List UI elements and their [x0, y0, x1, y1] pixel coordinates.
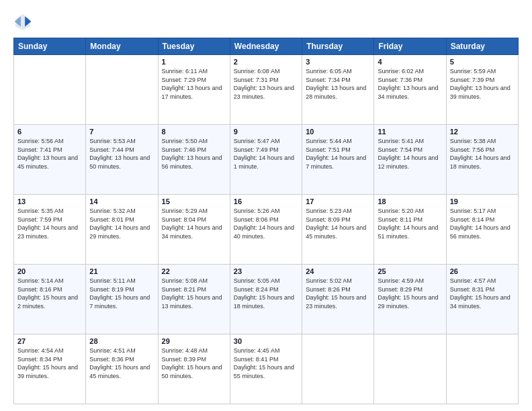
day-number: 14 — [89, 197, 154, 205]
calendar-week-3: 13Sunrise: 5:35 AM Sunset: 7:59 PM Dayli… — [14, 195, 519, 265]
calendar-cell: 24Sunrise: 5:02 AM Sunset: 8:26 PM Dayli… — [302, 265, 374, 334]
day-header-sunday: Sunday — [14, 38, 86, 55]
calendar-cell: 15Sunrise: 5:29 AM Sunset: 8:04 PM Dayli… — [158, 195, 230, 265]
day-number: 29 — [162, 337, 226, 345]
calendar-cell: 3Sunrise: 6:05 AM Sunset: 7:34 PM Daylig… — [302, 55, 374, 125]
calendar-cell — [14, 55, 86, 125]
day-header-wednesday: Wednesday — [230, 38, 302, 55]
calendar-week-5: 27Sunrise: 4:54 AM Sunset: 8:34 PM Dayli… — [14, 334, 519, 404]
day-info: Sunrise: 4:51 AM Sunset: 8:36 PM Dayligh… — [89, 347, 154, 380]
day-info: Sunrise: 5:29 AM Sunset: 8:04 PM Dayligh… — [162, 207, 226, 240]
day-info: Sunrise: 6:08 AM Sunset: 7:31 PM Dayligh… — [234, 67, 298, 101]
day-number: 4 — [378, 58, 442, 66]
calendar-cell: 8Sunrise: 5:50 AM Sunset: 7:46 PM Daylig… — [158, 125, 230, 195]
calendar-cell: 20Sunrise: 5:14 AM Sunset: 8:16 PM Dayli… — [14, 265, 86, 334]
calendar-cell: 22Sunrise: 5:08 AM Sunset: 8:21 PM Dayli… — [158, 265, 230, 334]
calendar-header-row: SundayMondayTuesdayWednesdayThursdayFrid… — [14, 38, 519, 55]
calendar-cell: 4Sunrise: 6:02 AM Sunset: 7:36 PM Daylig… — [374, 55, 446, 125]
day-header-monday: Monday — [86, 38, 158, 55]
calendar-cell: 25Sunrise: 4:59 AM Sunset: 8:29 PM Dayli… — [374, 265, 446, 334]
day-info: Sunrise: 5:41 AM Sunset: 7:54 PM Dayligh… — [378, 137, 442, 171]
day-info: Sunrise: 5:53 AM Sunset: 7:44 PM Dayligh… — [89, 137, 154, 171]
day-info: Sunrise: 5:11 AM Sunset: 8:19 PM Dayligh… — [89, 277, 154, 310]
day-info: Sunrise: 5:35 AM Sunset: 7:59 PM Dayligh… — [17, 207, 82, 240]
day-info: Sunrise: 5:20 AM Sunset: 8:11 PM Dayligh… — [378, 207, 442, 240]
day-info: Sunrise: 5:17 AM Sunset: 8:14 PM Dayligh… — [450, 207, 515, 240]
day-info: Sunrise: 6:11 AM Sunset: 7:29 PM Dayligh… — [162, 67, 226, 101]
calendar-cell: 16Sunrise: 5:26 AM Sunset: 8:06 PM Dayli… — [230, 195, 302, 265]
day-header-friday: Friday — [374, 38, 446, 55]
calendar-cell: 5Sunrise: 5:59 AM Sunset: 7:39 PM Daylig… — [446, 55, 518, 125]
day-number: 9 — [234, 128, 298, 136]
day-number: 10 — [306, 128, 370, 136]
day-info: Sunrise: 4:48 AM Sunset: 8:39 PM Dayligh… — [162, 347, 226, 380]
day-info: Sunrise: 5:32 AM Sunset: 8:01 PM Dayligh… — [89, 207, 154, 240]
day-header-saturday: Saturday — [446, 38, 518, 55]
day-info: Sunrise: 5:23 AM Sunset: 8:09 PM Dayligh… — [306, 207, 370, 240]
day-info: Sunrise: 4:54 AM Sunset: 8:34 PM Dayligh… — [17, 347, 82, 380]
calendar-cell: 6Sunrise: 5:56 AM Sunset: 7:41 PM Daylig… — [14, 125, 86, 195]
day-info: Sunrise: 4:59 AM Sunset: 8:29 PM Dayligh… — [378, 277, 442, 310]
day-info: Sunrise: 5:38 AM Sunset: 7:56 PM Dayligh… — [450, 137, 515, 171]
day-number: 16 — [234, 197, 298, 205]
day-info: Sunrise: 5:50 AM Sunset: 7:46 PM Dayligh… — [162, 137, 226, 171]
day-number: 26 — [450, 267, 515, 275]
day-info: Sunrise: 5:14 AM Sunset: 8:16 PM Dayligh… — [17, 277, 82, 310]
day-info: Sunrise: 5:02 AM Sunset: 8:26 PM Dayligh… — [306, 277, 370, 310]
day-number: 15 — [162, 197, 226, 205]
calendar-table: SundayMondayTuesdayWednesdayThursdayFrid… — [13, 38, 519, 404]
day-number: 2 — [234, 58, 298, 66]
calendar-cell — [446, 334, 518, 404]
day-number: 3 — [306, 58, 370, 66]
calendar-cell: 12Sunrise: 5:38 AM Sunset: 7:56 PM Dayli… — [446, 125, 518, 195]
day-number: 1 — [162, 58, 226, 66]
calendar-cell: 11Sunrise: 5:41 AM Sunset: 7:54 PM Dayli… — [374, 125, 446, 195]
day-header-tuesday: Tuesday — [158, 38, 230, 55]
calendar-cell: 9Sunrise: 5:47 AM Sunset: 7:49 PM Daylig… — [230, 125, 302, 195]
day-number: 30 — [234, 337, 298, 345]
calendar-week-2: 6Sunrise: 5:56 AM Sunset: 7:41 PM Daylig… — [14, 125, 519, 195]
day-header-thursday: Thursday — [302, 38, 374, 55]
day-number: 18 — [378, 197, 442, 205]
calendar-cell: 29Sunrise: 4:48 AM Sunset: 8:39 PM Dayli… — [158, 334, 230, 404]
calendar-week-4: 20Sunrise: 5:14 AM Sunset: 8:16 PM Dayli… — [14, 265, 519, 334]
day-info: Sunrise: 6:05 AM Sunset: 7:34 PM Dayligh… — [306, 67, 370, 101]
page: SundayMondayTuesdayWednesdayThursdayFrid… — [0, 0, 532, 411]
day-info: Sunrise: 5:26 AM Sunset: 8:06 PM Dayligh… — [234, 207, 298, 240]
calendar-cell: 13Sunrise: 5:35 AM Sunset: 7:59 PM Dayli… — [14, 195, 86, 265]
day-number: 17 — [306, 197, 370, 205]
calendar-cell — [374, 334, 446, 404]
day-number: 8 — [162, 128, 226, 136]
day-number: 22 — [162, 267, 226, 275]
calendar-cell: 14Sunrise: 5:32 AM Sunset: 8:01 PM Dayli… — [86, 195, 158, 265]
calendar-cell: 26Sunrise: 4:57 AM Sunset: 8:31 PM Dayli… — [446, 265, 518, 334]
day-info: Sunrise: 5:47 AM Sunset: 7:49 PM Dayligh… — [234, 137, 298, 171]
calendar-cell: 30Sunrise: 4:45 AM Sunset: 8:41 PM Dayli… — [230, 334, 302, 404]
calendar-cell — [86, 55, 158, 125]
day-number: 24 — [306, 267, 370, 275]
day-number: 6 — [17, 128, 82, 136]
day-info: Sunrise: 5:05 AM Sunset: 8:24 PM Dayligh… — [234, 277, 298, 310]
calendar-cell: 17Sunrise: 5:23 AM Sunset: 8:09 PM Dayli… — [302, 195, 374, 265]
header — [13, 12, 519, 31]
calendar-cell: 19Sunrise: 5:17 AM Sunset: 8:14 PM Dayli… — [446, 195, 518, 265]
calendar-cell: 18Sunrise: 5:20 AM Sunset: 8:11 PM Dayli… — [374, 195, 446, 265]
day-info: Sunrise: 5:59 AM Sunset: 7:39 PM Dayligh… — [450, 67, 515, 101]
day-info: Sunrise: 4:57 AM Sunset: 8:31 PM Dayligh… — [450, 277, 515, 310]
calendar-cell: 23Sunrise: 5:05 AM Sunset: 8:24 PM Dayli… — [230, 265, 302, 334]
day-info: Sunrise: 6:02 AM Sunset: 7:36 PM Dayligh… — [378, 67, 442, 101]
calendar-cell: 28Sunrise: 4:51 AM Sunset: 8:36 PM Dayli… — [86, 334, 158, 404]
logo — [13, 12, 35, 31]
calendar-cell: 7Sunrise: 5:53 AM Sunset: 7:44 PM Daylig… — [86, 125, 158, 195]
day-number: 7 — [89, 128, 154, 136]
day-number: 12 — [450, 128, 515, 136]
calendar-cell: 21Sunrise: 5:11 AM Sunset: 8:19 PM Dayli… — [86, 265, 158, 334]
day-number: 21 — [89, 267, 154, 275]
day-info: Sunrise: 5:08 AM Sunset: 8:21 PM Dayligh… — [162, 277, 226, 310]
day-number: 19 — [450, 197, 515, 205]
day-number: 23 — [234, 267, 298, 275]
day-number: 13 — [17, 197, 82, 205]
calendar-cell — [302, 334, 374, 404]
day-info: Sunrise: 5:56 AM Sunset: 7:41 PM Dayligh… — [17, 137, 82, 171]
calendar-week-1: 1Sunrise: 6:11 AM Sunset: 7:29 PM Daylig… — [14, 55, 519, 125]
